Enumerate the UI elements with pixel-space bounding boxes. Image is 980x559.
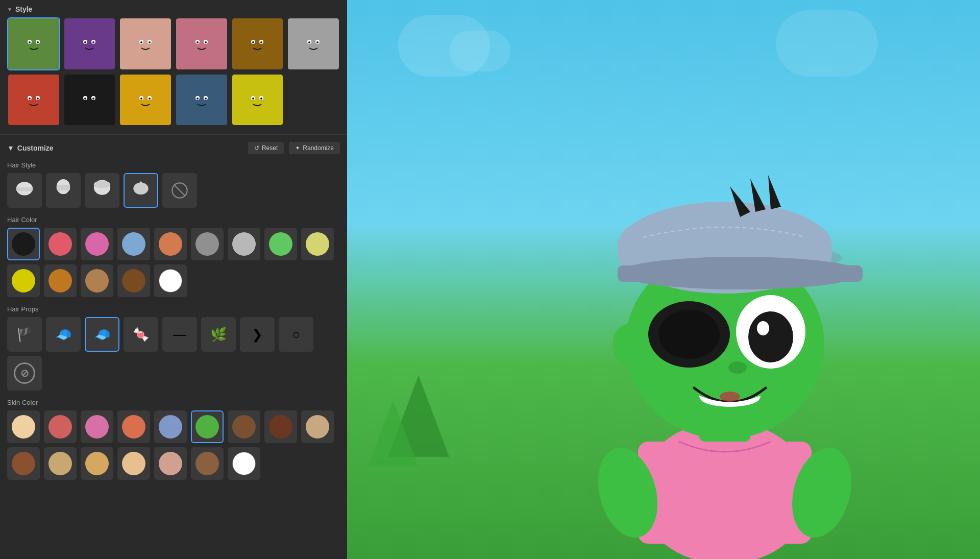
hair-color-grid <box>7 228 340 297</box>
svg-point-9 <box>92 41 94 43</box>
hair-color-swatch-6[interactable] <box>191 228 224 260</box>
skin-color-swatch-1[interactable] <box>7 410 40 443</box>
hair-color-swatch-2[interactable] <box>44 228 77 260</box>
style-grid <box>0 17 347 132</box>
hair-style-grid <box>7 173 340 208</box>
hair-color-label: Hair Color <box>7 216 340 224</box>
style-character-11[interactable] <box>231 74 284 127</box>
hair-style-item-1[interactable] <box>7 173 42 208</box>
skin-color-swatch-4[interactable] <box>117 410 150 443</box>
skin-color-label: Skin Color <box>7 399 340 406</box>
randomize-button[interactable]: ✦ Randomize <box>289 142 340 154</box>
hair-color-swatch-3[interactable] <box>81 228 113 260</box>
svg-point-5 <box>77 31 102 57</box>
svg-point-39 <box>92 98 94 100</box>
skin-color-swatch-12[interactable] <box>81 447 113 480</box>
svg-point-44 <box>149 98 151 100</box>
style-label: Style <box>15 5 32 13</box>
skin-color-swatch-5[interactable] <box>154 410 187 443</box>
cloud-shape-2 <box>449 31 510 71</box>
reset-button[interactable]: ↺ Reset <box>248 142 284 154</box>
hair-color-swatch-9[interactable] <box>301 228 334 260</box>
svg-point-83 <box>757 321 769 335</box>
hair-color-swatch-1[interactable] <box>7 228 40 260</box>
svg-point-48 <box>197 98 199 100</box>
customize-header: ▼ Customize ↺ Reset ✦ Randomize <box>0 137 347 158</box>
svg-point-38 <box>84 98 86 100</box>
hair-prop-item-8[interactable]: ○ <box>279 317 313 352</box>
svg-rect-56 <box>16 187 33 191</box>
cloud-shape-3 <box>776 10 878 77</box>
skin-color-swatch-16[interactable] <box>228 447 260 480</box>
style-character-2[interactable] <box>63 17 116 70</box>
svg-point-84 <box>728 361 747 374</box>
customize-actions: ↺ Reset ✦ Randomize <box>248 142 340 154</box>
hair-color-swatch-13[interactable] <box>117 264 150 297</box>
skin-color-swatch-15[interactable] <box>191 447 224 480</box>
hair-color-swatch-5[interactable] <box>154 228 187 260</box>
svg-point-10 <box>133 31 158 57</box>
skin-color-swatch-6[interactable] <box>191 410 224 443</box>
svg-point-33 <box>29 98 31 100</box>
skin-color-swatch-10[interactable] <box>7 447 40 480</box>
hair-color-swatch-8[interactable] <box>264 228 297 260</box>
svg-point-60 <box>94 181 110 188</box>
svg-point-4 <box>37 41 39 43</box>
svg-point-25 <box>301 31 326 57</box>
hair-props-grid: 🏴🧢🧢🍬—🌿❯○⊘ <box>7 317 340 391</box>
left-panel: ▼ Style <box>0 0 347 559</box>
tree-left2 <box>368 401 419 467</box>
skin-color-swatch-3[interactable] <box>81 410 113 443</box>
style-character-7[interactable] <box>7 74 60 127</box>
skin-color-swatch-2[interactable] <box>44 410 77 443</box>
svg-point-50 <box>244 87 270 113</box>
style-character-9[interactable] <box>119 74 172 127</box>
style-character-6[interactable] <box>287 17 340 70</box>
svg-point-20 <box>244 31 270 57</box>
hair-props-label: Hair Props <box>7 305 340 313</box>
hair-color-swatch-14[interactable] <box>154 264 187 297</box>
style-character-3[interactable] <box>119 17 172 70</box>
character-svg <box>495 74 954 559</box>
hair-prop-item-3[interactable]: 🧢 <box>85 317 119 352</box>
hair-prop-item-1[interactable]: 🏴 <box>7 317 42 352</box>
svg-point-86 <box>612 324 643 365</box>
style-character-4[interactable] <box>175 17 228 70</box>
style-character-8[interactable] <box>63 74 116 127</box>
skin-color-swatch-8[interactable] <box>264 410 297 443</box>
style-character-10[interactable] <box>175 74 228 127</box>
randomize-label: Randomize <box>303 144 334 152</box>
hair-style-item-4[interactable] <box>124 173 158 208</box>
customize-title: ▼ Customize <box>7 144 54 152</box>
skin-color-swatch-9[interactable] <box>301 410 334 443</box>
hair-color-swatch-12[interactable] <box>81 264 113 297</box>
hair-color-swatch-4[interactable] <box>117 228 150 260</box>
svg-point-80 <box>658 310 720 359</box>
hair-color-swatch-10[interactable] <box>7 264 40 297</box>
style-character-5[interactable] <box>231 17 284 70</box>
hair-prop-item-7[interactable]: ❯ <box>240 317 275 352</box>
hair-prop-item-5[interactable]: — <box>162 317 197 352</box>
hair-prop-item-9[interactable]: ⊘ <box>7 356 42 391</box>
hair-color-swatch-11[interactable] <box>44 264 77 297</box>
hair-prop-item-6[interactable]: 🌿 <box>201 317 236 352</box>
reset-label: Reset <box>262 144 278 152</box>
hair-style-section: Hair Style <box>0 158 347 213</box>
svg-marker-78 <box>768 175 781 209</box>
skin-color-swatch-11[interactable] <box>44 447 77 480</box>
hair-style-item-5[interactable] <box>162 173 197 208</box>
hair-style-item-2[interactable] <box>46 173 81 208</box>
svg-point-18 <box>197 41 199 43</box>
skin-color-swatch-13[interactable] <box>117 447 150 480</box>
hair-prop-item-4[interactable]: 🍬 <box>124 317 158 352</box>
svg-point-19 <box>205 41 207 43</box>
hair-style-item-3[interactable] <box>85 173 119 208</box>
svg-point-0 <box>21 31 46 57</box>
svg-point-8 <box>84 41 86 43</box>
hair-prop-item-2[interactable]: 🧢 <box>46 317 81 352</box>
skin-color-swatch-7[interactable] <box>228 410 260 443</box>
skin-color-swatch-14[interactable] <box>154 447 187 480</box>
style-character-1[interactable] <box>7 17 60 70</box>
svg-point-30 <box>21 87 46 113</box>
hair-color-swatch-7[interactable] <box>228 228 260 260</box>
